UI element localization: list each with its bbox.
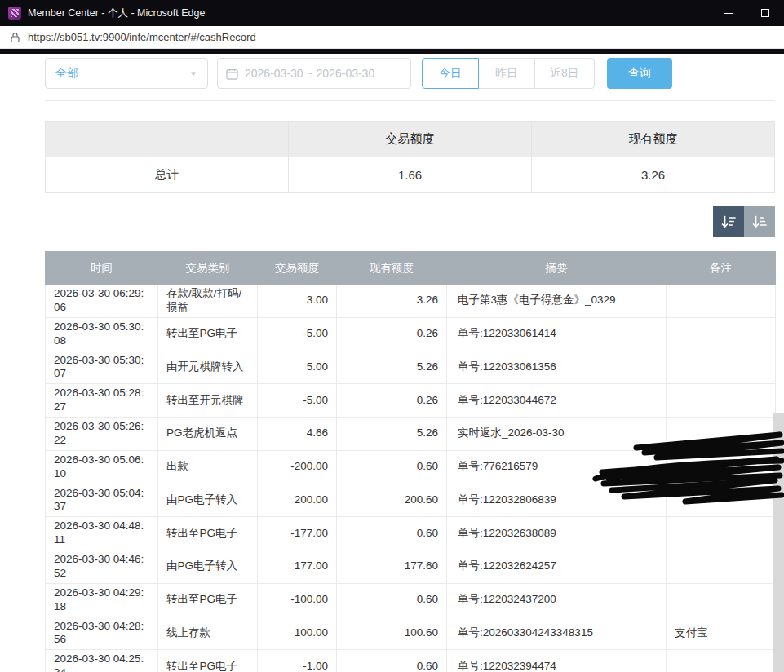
cash-record-table: 时间交易类别交易额度现有额度摘要备注 2026-03-30 06:29:06存款…	[45, 251, 776, 672]
category-select[interactable]: 全部 ▼	[45, 58, 208, 89]
table-cell	[667, 550, 776, 584]
scrollbar[interactable]	[773, 413, 784, 672]
table-cell: 4.66	[258, 418, 337, 451]
column-header: 备注	[667, 252, 776, 285]
table-row: 2026-03-30 04:48:11转出至PG电子-177.000.60单号:…	[46, 517, 776, 550]
search-button[interactable]: 查询	[607, 58, 672, 89]
date-range-input[interactable]: 2026-03-30 ~ 2026-03-30	[217, 58, 411, 89]
table-cell: 0.60	[337, 650, 447, 672]
quick-filter-button[interactable]: 昨日	[478, 58, 535, 89]
table-cell: -177.00	[258, 517, 337, 550]
calendar-icon	[226, 68, 238, 80]
table-row: 2026-03-30 05:28:27转出至开元棋牌-5.000.26单号:12…	[46, 384, 776, 418]
table-cell: 单号:122032806839	[447, 484, 667, 517]
table-cell: 单号:202603304243348315	[447, 617, 667, 650]
table-cell: 0.60	[337, 583, 447, 617]
sort-descending-icon	[720, 214, 737, 230]
table-cell: 2026-03-30 06:29:06	[46, 285, 158, 318]
sort-ascending-button[interactable]	[744, 206, 775, 237]
table-cell: 3.00	[258, 285, 337, 318]
security-lock-icon[interactable]	[10, 32, 20, 43]
window-title: Member Center - 个人 - Microsoft Edge	[28, 7, 205, 20]
table-row: 2026-03-30 05:26:22PG老虎机返点4.665.26实时返水_2…	[46, 418, 776, 451]
quick-filter-button[interactable]: 今日	[422, 58, 479, 89]
table-cell: 2026-03-30 05:30:07	[46, 351, 158, 384]
table-cell: 单号:122033061356	[447, 351, 667, 384]
summary-table: 交易额度 现有额度 总计 1.66 3.26	[45, 121, 775, 193]
table-cell: 200.60	[337, 484, 447, 517]
table-cell: 2026-03-30 05:04:37	[46, 484, 158, 517]
table-cell	[667, 285, 776, 318]
table-cell: 单号:122032638089	[447, 517, 667, 550]
table-cell: 0.60	[337, 450, 447, 484]
table-cell: 支付宝	[667, 617, 776, 650]
table-cell: 单号:122032394474	[447, 650, 667, 672]
column-header: 时间	[46, 252, 158, 285]
table-cell	[667, 650, 776, 672]
table-row: 2026-03-30 06:29:06存款/取款/打码/损益3.003.26电子…	[46, 285, 776, 318]
date-range-value: 2026-03-30 ~ 2026-03-30	[245, 67, 374, 80]
table-cell: 单号:122032437200	[447, 583, 667, 617]
table-cell	[667, 418, 776, 451]
table-cell: 2026-03-30 04:25:34	[46, 650, 158, 672]
browser-divider-strip	[0, 49, 784, 54]
table-row: 2026-03-30 05:30:08转出至PG电子-5.000.26单号:12…	[46, 317, 776, 351]
sort-ascending-icon	[751, 214, 768, 230]
table-row: 2026-03-30 04:46:52由PG电子转入177.00177.60单号…	[46, 550, 776, 584]
table-cell: 电子第3惠《电子得意金》_0329	[447, 285, 667, 318]
table-cell	[667, 484, 776, 517]
table-cell	[667, 517, 776, 550]
table-cell: 实时返水_2026-03-30	[447, 418, 667, 451]
table-cell: 转出至开元棋牌	[158, 384, 258, 418]
column-header: 现有额度	[337, 252, 447, 285]
table-cell: 0.60	[337, 517, 447, 550]
maximize-icon	[761, 9, 769, 17]
cash-table-body: 2026-03-30 06:29:06存款/取款/打码/损益3.003.26电子…	[46, 285, 776, 672]
table-cell	[667, 351, 776, 384]
site-favicon-icon	[8, 7, 21, 20]
table-cell: 3.26	[337, 285, 447, 318]
browser-urlbar: https://sb051.tv:9900/infe/mcenter/#/cas…	[0, 26, 784, 49]
table-row: 2026-03-30 05:30:07由开元棋牌转入5.005.26单号:122…	[46, 351, 776, 384]
table-cell: 2026-03-30 05:06:10	[46, 450, 158, 484]
table-cell: 线上存款	[158, 617, 258, 650]
table-cell: 2026-03-30 04:48:11	[46, 517, 158, 550]
cash-record-page: 全部 ▼ 2026-03-30 ~ 2026-03-30 今日昨日近8日 查询 …	[0, 58, 784, 672]
column-header: 交易类别	[158, 252, 258, 285]
table-cell: 由开元棋牌转入	[158, 351, 258, 384]
table-cell	[667, 583, 776, 617]
table-cell: PG老虎机返点	[158, 418, 258, 451]
table-cell: 5.26	[337, 351, 447, 384]
table-cell: 5.00	[258, 351, 337, 384]
url-text[interactable]: https://sb051.tv:9900/infe/mcenter/#/cas…	[28, 31, 256, 43]
table-cell: 2026-03-30 05:26:22	[46, 418, 158, 451]
sort-descending-button[interactable]	[713, 206, 744, 237]
filter-toolbar: 全部 ▼ 2026-03-30 ~ 2026-03-30 今日昨日近8日 查询	[45, 58, 775, 89]
table-cell: 100.60	[337, 617, 447, 650]
table-cell: 177.60	[337, 550, 447, 584]
table-row: 2026-03-30 04:25:34转出至PG电子-1.000.60单号:12…	[46, 650, 776, 672]
table-cell: 出款	[158, 450, 258, 484]
column-header: 摘要	[447, 252, 667, 285]
table-cell: 转出至PG电子	[158, 583, 258, 617]
minimize-button[interactable]	[709, 0, 746, 26]
table-cell: 200.00	[258, 484, 337, 517]
table-cell: 转出至PG电子	[158, 650, 258, 672]
table-row: 2026-03-30 05:06:10出款-200.000.60单号:77621…	[46, 450, 776, 484]
cash-table-head-row: 时间交易类别交易额度现有额度摘要备注	[46, 252, 776, 285]
caret-down-icon: ▼	[189, 70, 197, 77]
table-cell: 存款/取款/打码/损益	[158, 285, 258, 318]
maximize-button[interactable]	[746, 0, 784, 26]
sort-controls	[45, 206, 775, 237]
table-cell	[667, 450, 776, 484]
table-cell	[667, 384, 776, 418]
table-cell: 5.26	[337, 418, 447, 451]
summary-transaction-total: 1.66	[289, 157, 532, 193]
table-cell: 0.26	[337, 317, 447, 351]
minimize-icon	[724, 13, 733, 14]
table-cell: 100.00	[258, 617, 337, 650]
quick-filter-button[interactable]: 近8日	[534, 58, 595, 89]
table-cell: 单号:122032624257	[447, 550, 667, 584]
summary-header-balance: 现有额度	[532, 122, 775, 157]
table-row: 2026-03-30 04:28:56线上存款100.00100.60单号:20…	[46, 617, 776, 650]
